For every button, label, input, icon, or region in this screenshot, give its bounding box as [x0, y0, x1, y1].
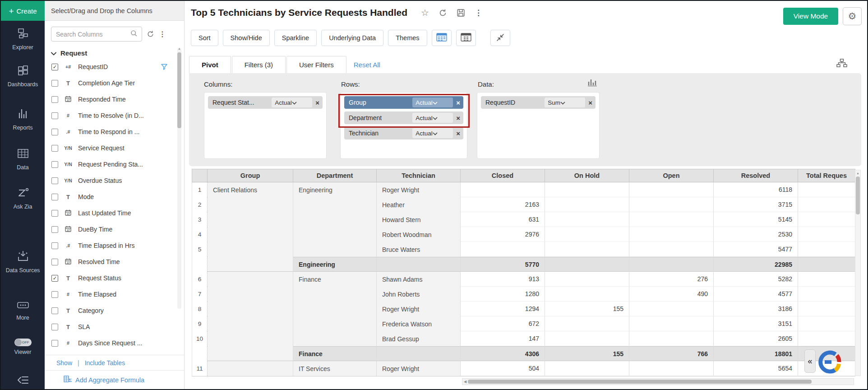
chip-remove-icon[interactable]: ×: [456, 130, 460, 137]
field-checkbox[interactable]: ✓: [51, 275, 58, 282]
pivot-compact-view-button[interactable]: [432, 30, 452, 46]
table-row[interactable]: 2Heather21633715: [192, 197, 855, 212]
tab-pivot[interactable]: Pivot: [189, 56, 231, 73]
toolbar-button-sort[interactable]: Sort: [191, 30, 218, 46]
sidebar-item-explorer[interactable]: Explorer: [1, 28, 45, 51]
field-checkbox[interactable]: [51, 210, 58, 217]
title-more-menu-icon[interactable]: ⋮: [475, 8, 482, 18]
field-row[interactable]: TMode: [45, 189, 184, 205]
include-tables-link[interactable]: Include Tables: [85, 359, 125, 367]
field-row[interactable]: .#Time Elapsed in Hrs: [45, 237, 184, 254]
column-header[interactable]: Closed: [461, 169, 545, 182]
field-checkbox[interactable]: [51, 242, 58, 249]
chip-remove-icon[interactable]: ×: [315, 99, 319, 106]
table-row[interactable]: 7John Roberts12804904577: [192, 287, 855, 302]
table-vertical-scrollbar[interactable]: ▲: [855, 170, 861, 376]
field-row[interactable]: TCategory: [45, 302, 184, 319]
rows-drop-zone[interactable]: GroupActual×DepartmentActual×TechnicianA…: [340, 92, 467, 159]
tab-filters[interactable]: Filters (3): [232, 56, 286, 73]
subtotal-row[interactable]: Engineering577022985: [192, 257, 855, 272]
scroll-left-icon[interactable]: ◀: [462, 380, 468, 384]
refresh-columns-icon[interactable]: [147, 30, 154, 38]
table-row[interactable]: 8Roger Wright12941553186: [192, 302, 855, 316]
filter-funnel-icon[interactable]: [161, 63, 168, 72]
field-checkbox[interactable]: [51, 161, 58, 168]
table-row[interactable]: 10Brad Gessup1472605: [192, 331, 855, 346]
chip-remove-icon[interactable]: ×: [456, 115, 460, 121]
field-checkbox[interactable]: [51, 291, 58, 298]
field-row[interactable]: ✓TRequest Status: [45, 270, 184, 286]
reset-all-link[interactable]: Reset All: [354, 56, 380, 73]
save-icon[interactable]: [457, 9, 465, 17]
sidebar-item-data[interactable]: Data: [1, 148, 45, 171]
chip-aggregate-dropdown[interactable]: Actual: [412, 113, 453, 123]
refresh-report-icon[interactable]: [439, 9, 447, 17]
field-checkbox[interactable]: [51, 177, 58, 184]
columns-more-menu-icon[interactable]: ⋮: [159, 30, 166, 38]
field-row[interactable]: Y/NOverdue Status: [45, 172, 184, 189]
column-header[interactable]: Total Reques: [798, 169, 855, 182]
settings-gear-button[interactable]: ⚙: [843, 7, 862, 25]
table-row[interactable]: 6FinanceShawn Adams9132765282: [192, 272, 855, 287]
field-row[interactable]: TSLA: [45, 319, 184, 335]
hierarchy-layout-icon[interactable]: [836, 59, 847, 70]
field-row[interactable]: 17DueBy Time: [45, 221, 184, 237]
subtotal-row[interactable]: Finance430615576618801: [192, 346, 855, 361]
sidebar-collapse-button[interactable]: [1, 376, 45, 386]
scrollbar-thumb[interactable]: [177, 52, 181, 128]
field-row[interactable]: #Time to Resolve (in D...: [45, 107, 184, 124]
column-header[interactable]: On Hold: [545, 169, 629, 182]
field-checkbox[interactable]: [51, 340, 58, 347]
field-checkbox[interactable]: [51, 194, 58, 200]
table-row[interactable]: 3Howard Stern6315145: [192, 212, 855, 227]
field-row[interactable]: ✓+#RequestID: [45, 59, 184, 75]
toolbar-button-sparkline[interactable]: Sparkline: [274, 30, 317, 46]
field-checkbox[interactable]: [51, 145, 58, 152]
field-checkbox[interactable]: [51, 129, 58, 135]
favorite-star-icon[interactable]: ☆: [421, 8, 429, 17]
field-list-scrollbar[interactable]: ▲: [177, 48, 181, 309]
mini-chart-icon[interactable]: [587, 79, 597, 88]
data-drop-zone[interactable]: RequestIDSum×: [477, 92, 600, 159]
toolbar-button-show-hide[interactable]: Show/Hide: [223, 30, 270, 46]
column-header[interactable]: Technician: [377, 169, 461, 182]
column-header[interactable]: Department: [293, 169, 377, 182]
pivot-chip-request-stat-[interactable]: Request Stat...Actual×: [208, 96, 323, 109]
field-row[interactable]: 17Responded Time: [45, 91, 184, 107]
table-row[interactable]: 9Frederica Watson6723151: [192, 316, 855, 331]
column-header[interactable]: Resolved: [714, 169, 798, 182]
extension-collapse-button[interactable]: «: [804, 349, 816, 373]
tab-user-filters[interactable]: User Filters: [286, 56, 346, 73]
column-header[interactable]: [192, 169, 208, 182]
field-checkbox[interactable]: [51, 226, 58, 233]
field-row[interactable]: Y/NService Request: [45, 140, 184, 156]
field-row[interactable]: #Time Elapsed: [45, 286, 184, 302]
chip-aggregate-dropdown[interactable]: Sum: [545, 98, 585, 107]
table-row[interactable]: 4Robert Woodman29762530: [192, 227, 855, 242]
field-row[interactable]: .#Time to Respond in ...: [45, 124, 184, 140]
field-checkbox[interactable]: [51, 324, 58, 330]
columns-drop-zone[interactable]: Request Stat...Actual×: [204, 92, 327, 159]
chip-aggregate-dropdown[interactable]: Actual: [412, 98, 453, 107]
field-row[interactable]: 17Last Updated Time: [45, 205, 184, 221]
chip-aggregate-dropdown[interactable]: Actual: [272, 98, 312, 107]
viewer-toggle[interactable]: OFF: [14, 339, 32, 346]
field-checkbox[interactable]: ✓: [51, 64, 58, 70]
field-group-header[interactable]: Request: [51, 49, 184, 57]
field-row[interactable]: Y/NRequest Pending Sta...: [45, 156, 184, 172]
field-row[interactable]: #Days Since Request ...: [45, 335, 184, 351]
field-checkbox[interactable]: [51, 96, 58, 103]
sidebar-item-reports[interactable]: Reports: [1, 108, 45, 131]
pivot-tabular-view-button[interactable]: [456, 30, 476, 46]
column-header[interactable]: Group: [208, 169, 293, 182]
view-mode-button[interactable]: View Mode: [783, 8, 838, 25]
toolbar-button-underlying-data[interactable]: Underlying Data: [321, 30, 383, 46]
chip-aggregate-dropdown[interactable]: Actual: [412, 128, 453, 138]
sidebar-item-data-sources[interactable]: Data Sources: [1, 250, 45, 274]
scroll-up-icon[interactable]: ▲: [855, 170, 860, 175]
toolbar-button-themes[interactable]: Themes: [388, 30, 427, 46]
table-row[interactable]: 5Bruce Waters5477: [192, 242, 855, 257]
show-link[interactable]: Show: [56, 359, 72, 367]
field-row[interactable]: 17Resolved Time: [45, 254, 184, 270]
pivot-chip-requestid[interactable]: RequestIDSum×: [481, 96, 596, 109]
